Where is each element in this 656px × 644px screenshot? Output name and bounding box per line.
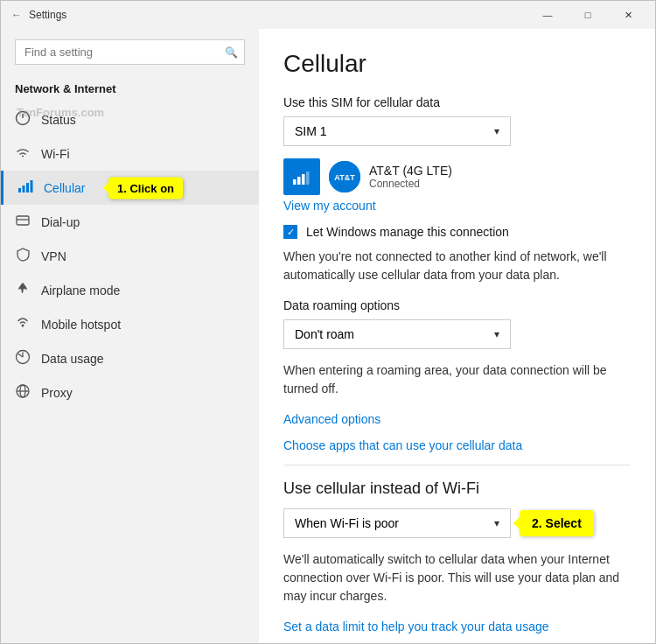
maximize-button[interactable]: □ <box>568 1 608 29</box>
sidebar-item-label-proxy: Proxy <box>41 386 73 400</box>
sidebar-item-label-status: Status <box>41 113 76 127</box>
sidebar-item-label-datausage: Data usage <box>41 352 104 366</box>
svg-rect-6 <box>17 216 29 225</box>
sidebar-item-label-vpn: VPN <box>41 249 66 263</box>
wifi-dropdown-value: When Wi-Fi is poor <box>295 516 399 530</box>
page-title: Cellular <box>283 50 631 78</box>
svg-text:AT&T: AT&T <box>334 173 355 182</box>
svg-rect-5 <box>31 180 33 192</box>
minimize-button[interactable]: — <box>527 1 568 29</box>
carrier-info: AT&T (4G LTE) Connected <box>369 164 452 190</box>
view-account-link[interactable]: View my account <box>283 199 631 213</box>
close-button[interactable]: ✕ <box>608 1 648 29</box>
sim-label: Use this SIM for cellular data <box>283 95 631 109</box>
sim-dropdown-value: SIM 1 <box>295 124 327 138</box>
sidebar-item-label-wifi: Wi-Fi <box>41 147 70 161</box>
sidebar-item-proxy[interactable]: Proxy <box>1 375 259 410</box>
search-box: 🔍 <box>15 39 245 65</box>
main-panel: Cellular Use this SIM for cellular data … <box>259 29 655 643</box>
dialup-icon <box>15 213 31 231</box>
description-text-1: When you're not connected to another kin… <box>283 248 631 284</box>
svg-rect-14 <box>297 177 301 185</box>
sim-dropdown-chevron: ▾ <box>494 125 499 137</box>
airplane-icon <box>15 281 31 299</box>
manage-connection-label: Let Windows manage this connection <box>306 225 509 239</box>
wifi-dropdown-row: When Wi-Fi is poor ▾ 2. Select <box>283 508 631 538</box>
select-tooltip: 2. Select <box>520 510 594 536</box>
sidebar-item-hotspot[interactable]: Mobile hotspot <box>1 307 259 341</box>
svg-rect-2 <box>18 188 21 192</box>
carrier-status: Connected <box>369 178 452 190</box>
wifi-description: We'll automatically switch to cellular d… <box>283 550 631 606</box>
settings-window: ← Settings — □ ✕ TenForums.com 🔍 Network… <box>0 0 656 644</box>
manage-connection-checkbox[interactable] <box>283 225 297 239</box>
status-icon <box>15 110 31 129</box>
sidebar-item-label-hotspot: Mobile hotspot <box>41 318 121 332</box>
window-title: Settings <box>29 9 66 21</box>
carrier-name: AT&T (4G LTE) <box>369 164 452 178</box>
wifi-dropdown-chevron: ▾ <box>494 517 499 529</box>
roaming-description: When entering a roaming area, your data … <box>283 361 631 398</box>
manage-connection-row: Let Windows manage this connection <box>283 225 631 239</box>
sidebar-item-datausage[interactable]: Data usage <box>1 341 259 375</box>
window-controls: — □ ✕ <box>527 1 648 29</box>
roaming-label: Data roaming options <box>283 298 631 312</box>
proxy-icon <box>15 383 31 402</box>
title-bar: ← Settings — □ ✕ <box>1 1 655 29</box>
section-divider <box>283 465 631 466</box>
title-bar-left: ← Settings <box>11 9 66 21</box>
carrier-logo: AT&T <box>329 161 360 192</box>
cellular-icon <box>17 178 33 197</box>
sidebar-item-cellular[interactable]: Cellular 1. Click on <box>1 171 259 205</box>
sidebar-item-dialup[interactable]: Dial-up <box>1 205 259 239</box>
sidebar-item-label-airplane: Airplane mode <box>41 284 120 298</box>
wifi-icon <box>15 144 31 163</box>
hotspot-icon <box>15 315 31 333</box>
roaming-dropdown-chevron: ▾ <box>494 328 499 340</box>
svg-rect-13 <box>293 179 297 185</box>
data-limit-link[interactable]: Set a data limit to help you track your … <box>283 620 631 634</box>
sidebar-item-label-dialup: Dial-up <box>41 215 80 229</box>
sidebar-item-airplane[interactable]: Airplane mode <box>1 273 259 307</box>
svg-point-8 <box>22 325 24 327</box>
sidebar-item-label-cellular: Cellular <box>44 181 85 195</box>
sidebar-item-wifi[interactable]: Wi-Fi <box>1 136 259 171</box>
roaming-dropdown-value: Don't roam <box>295 327 354 341</box>
sidebar-item-vpn[interactable]: VPN <box>1 239 259 273</box>
content-area: TenForums.com 🔍 Network & Internet Statu… <box>1 29 655 643</box>
data-usage-icon <box>15 349 31 368</box>
wifi-dropdown[interactable]: When Wi-Fi is poor ▾ <box>283 508 511 538</box>
svg-rect-15 <box>302 174 305 185</box>
roaming-dropdown[interactable]: Don't roam ▾ <box>283 319 511 349</box>
sidebar-section-heading: Network & Internet <box>1 75 259 102</box>
carrier-signal-icon <box>283 158 320 195</box>
svg-rect-4 <box>26 183 29 192</box>
carrier-row: AT&T AT&T (4G LTE) Connected <box>283 158 631 195</box>
search-icon: 🔍 <box>225 46 238 59</box>
svg-rect-16 <box>306 172 310 185</box>
click-on-tooltip: 1. Click on <box>108 177 183 199</box>
choose-apps-link[interactable]: Choose apps that can use your cellular d… <box>283 438 631 452</box>
svg-rect-3 <box>23 186 25 192</box>
sim-dropdown[interactable]: SIM 1 ▾ <box>283 116 511 146</box>
wifi-section-title: Use cellular instead of Wi-Fi <box>283 480 631 498</box>
vpn-icon <box>15 247 31 265</box>
search-input[interactable] <box>15 39 245 65</box>
advanced-options-link[interactable]: Advanced options <box>283 412 631 426</box>
sidebar: TenForums.com 🔍 Network & Internet Statu… <box>1 29 259 643</box>
sidebar-item-status[interactable]: Status <box>1 102 259 136</box>
back-button[interactable]: ← <box>11 9 22 21</box>
